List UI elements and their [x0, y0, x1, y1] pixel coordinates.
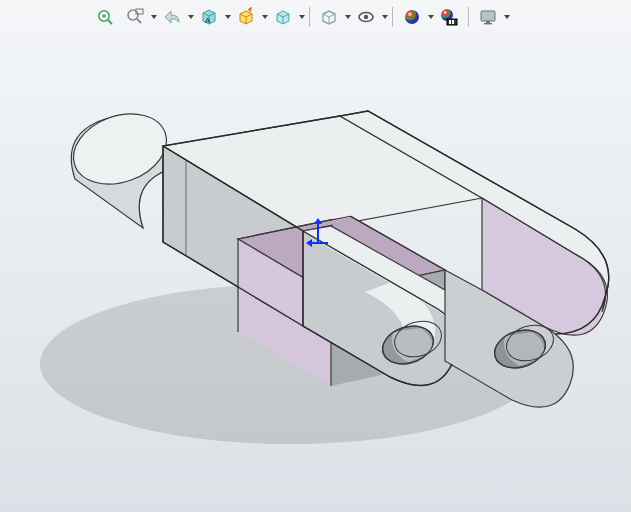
svg-rect-15	[484, 23, 492, 24]
scene-button[interactable]	[437, 5, 461, 29]
hide-show-button[interactable]	[317, 5, 341, 29]
zoom-to-fit-button[interactable]	[93, 5, 117, 29]
viewport-button[interactable]	[476, 5, 500, 29]
model-canvas	[0, 34, 631, 512]
origin-triad	[308, 222, 328, 252]
toolbar-separator-1	[309, 7, 310, 27]
graphics-viewport[interactable]	[0, 34, 631, 512]
svg-point-2	[102, 14, 106, 18]
appearance-button[interactable]	[400, 5, 424, 29]
orientation-dropdown[interactable]	[262, 15, 268, 19]
previous-view-button[interactable]	[160, 5, 184, 29]
appearance-dropdown[interactable]	[428, 15, 434, 19]
svg-rect-12	[452, 20, 454, 24]
zoom-window-button[interactable]	[123, 5, 147, 29]
section-dropdown[interactable]	[225, 15, 231, 19]
viewport-dropdown[interactable]	[504, 15, 510, 19]
svg-rect-14	[486, 21, 490, 23]
section-view-button[interactable]: A	[197, 5, 221, 29]
visibility-button[interactable]	[354, 5, 378, 29]
toolbar-separator-2	[392, 7, 393, 27]
svg-point-7	[364, 15, 368, 19]
hide-show-dropdown[interactable]	[345, 15, 351, 19]
visibility-dropdown[interactable]	[382, 15, 388, 19]
display-style-dropdown[interactable]	[299, 15, 305, 19]
svg-rect-13	[481, 11, 495, 21]
toolbar-separator-3	[468, 7, 469, 27]
orientation-button[interactable]	[234, 5, 258, 29]
svg-line-4	[137, 19, 141, 23]
svg-rect-11	[449, 20, 451, 24]
previous-view-dropdown[interactable]	[188, 15, 194, 19]
svg-point-8	[405, 10, 419, 24]
view-toolbar: A	[0, 2, 631, 32]
display-style-button[interactable]	[271, 5, 295, 29]
section-a-label: A	[205, 16, 211, 25]
zoom-dropdown[interactable]	[151, 15, 157, 19]
svg-line-1	[108, 20, 112, 24]
